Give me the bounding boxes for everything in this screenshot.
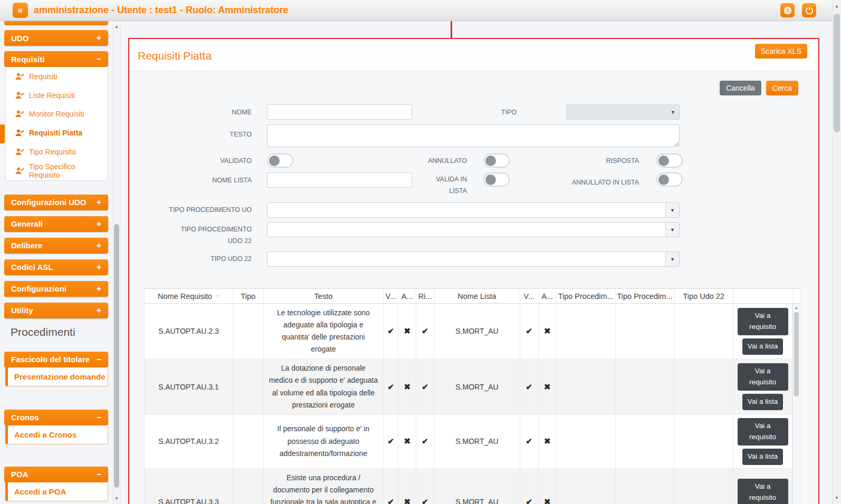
- nome-lista-cell: S.MORT_AU: [434, 415, 520, 468]
- sidebar-item-tipo-requisito[interactable]: Tipo Requisito: [6, 142, 108, 161]
- table-scrollbar-thumb[interactable]: [794, 312, 799, 396]
- requisiti-piatta-panel: Requisiti Piatta Scarica XLS Cancella Ce…: [128, 38, 819, 504]
- actions-cell: Vai a requisito Vai a lista: [733, 359, 792, 414]
- tipo-udo-22-select[interactable]: ▼: [267, 251, 680, 267]
- risposta-toggle[interactable]: [656, 153, 683, 168]
- page-scrollbar-thumb[interactable]: [834, 14, 840, 132]
- scroll-up-icon[interactable]: ▲: [793, 306, 800, 309]
- column-risposta[interactable]: Ri...: [416, 289, 434, 303]
- panel-header: Requisiti Piatta Scarica XLS: [129, 39, 818, 71]
- cerca-button[interactable]: Cerca: [766, 81, 798, 95]
- validato-toggle[interactable]: [267, 153, 293, 168]
- tipo-procedimento-udo-22-select[interactable]: ▼: [267, 222, 680, 237]
- check-icon: ✔: [384, 359, 398, 414]
- sidebar-menu-codici-asl[interactable]: Codici ASL +: [4, 259, 108, 275]
- sidebar-item-liste-requisiti[interactable]: Liste Requisiti: [6, 86, 108, 105]
- topbar-actions: [780, 3, 816, 17]
- sidebar-menu-generali[interactable]: Generali +: [4, 216, 108, 232]
- user-edit-icon: [15, 92, 24, 99]
- scroll-down-icon[interactable]: ▼: [113, 496, 120, 501]
- page-scrollbar[interactable]: ▲ ▼: [832, 0, 841, 504]
- scarica-xls-button[interactable]: Scarica XLS: [755, 44, 807, 59]
- scroll-up-icon[interactable]: ▲: [113, 24, 120, 29]
- sidebar-item-monitor-requisiti[interactable]: Monitor Requisiti: [6, 105, 108, 124]
- actions-cell: Vai a requisito Vai a lista: [733, 415, 792, 468]
- page-title: Requisiti Piatta: [138, 50, 212, 62]
- topbar: « amministrazione - Utente : test1 - Ruo…: [0, 0, 832, 21]
- sidebar-item-accedi-a-poa[interactable]: Accedi a POA: [5, 482, 108, 501]
- column-nome-requisito[interactable]: Nome Requisito ↑: [145, 289, 233, 303]
- column-valida-in-lista[interactable]: V...: [520, 289, 539, 303]
- sidebar-menu-configurazioni-udo[interactable]: Configurazioni UDO +: [4, 195, 108, 210]
- chevron-down-icon: ▼: [665, 222, 679, 237]
- vai-a-lista-button[interactable]: Vai a lista: [742, 449, 783, 465]
- scroll-up-icon[interactable]: ▲: [833, 4, 841, 8]
- nome-lista-input[interactable]: [267, 172, 412, 188]
- column-tipo-procedimento-udo[interactable]: Tipo Procedim...: [616, 289, 675, 303]
- column-tipo-procedimento-uo[interactable]: Tipo Procedim...: [557, 289, 616, 303]
- column-tipo-udo-22[interactable]: Tipo Udo 22: [674, 289, 733, 303]
- cross-icon: ✖: [398, 415, 416, 468]
- vai-a-requisito-button[interactable]: Vai a requisito: [738, 363, 788, 391]
- vai-a-requisito-button[interactable]: Vai a requisito: [738, 308, 788, 335]
- sidebar-menu-cronos[interactable]: Cronos −: [4, 410, 108, 425]
- column-nome-lista[interactable]: Nome Lista: [434, 289, 520, 303]
- sidebar-menu-delibere[interactable]: Delibere +: [4, 238, 108, 254]
- column-tipo[interactable]: Tipo: [233, 289, 264, 303]
- plus-icon: +: [97, 263, 101, 272]
- tipo-cell: [233, 415, 264, 468]
- sidebar-item-tipo-specifico-requisito[interactable]: Tipo Specifico Requisito: [6, 161, 108, 180]
- table-scrollbar[interactable]: ▲: [792, 304, 800, 504]
- chevron-down-icon: ▼: [671, 110, 675, 115]
- annullato-toggle[interactable]: [483, 153, 510, 168]
- table-row: S.AUTOPT.AU.3.2 Il personale di supporto…: [145, 415, 800, 469]
- nome-requisito-cell: S.AUTOPT.AU.3.1: [145, 359, 233, 414]
- tipo-procedimento-uo-select[interactable]: ▼: [267, 202, 680, 218]
- column-testo[interactable]: Testo: [264, 289, 384, 303]
- table-row: S.AUTOPT.AU.3.1 La dotazione di personal…: [145, 359, 800, 414]
- column-scrollbar-stub: [792, 289, 800, 303]
- sidebar-menu-requisiti[interactable]: Requisiti −: [4, 51, 108, 67]
- column-annullato[interactable]: A...: [398, 289, 416, 303]
- menu-label: Configurazioni UDO: [11, 198, 87, 207]
- column-annullato-in-lista[interactable]: A...: [539, 289, 557, 303]
- sidebar-menu-configurazioni[interactable]: Configurazioni +: [4, 281, 108, 297]
- sidebar-menu-fascicolo-del-titolare[interactable]: Fascicolo del titolare −: [4, 352, 108, 367]
- collapse-sidebar-icon[interactable]: «: [13, 3, 28, 18]
- sidebar-scrollbar[interactable]: ▲ ▼: [112, 21, 121, 504]
- globe-icon[interactable]: [780, 3, 795, 17]
- toggle-knob: [485, 156, 496, 166]
- column-validato[interactable]: V...: [384, 289, 398, 303]
- user-edit-icon: [15, 73, 24, 80]
- tipo-select[interactable]: ▼: [566, 104, 680, 120]
- testo-cell: Esiste una procedura / documento per il …: [264, 469, 384, 504]
- sidebar-menu-poa[interactable]: POA −: [4, 467, 108, 482]
- cross-icon: ✖: [539, 469, 557, 504]
- tipo-cell: [233, 469, 264, 504]
- scroll-down-icon[interactable]: ▼: [833, 496, 841, 500]
- sidebar-item-requisiti[interactable]: Requisiti: [6, 67, 108, 86]
- cancella-button[interactable]: Cancella: [720, 81, 761, 95]
- user-edit-icon: [15, 148, 24, 156]
- vai-a-requisito-button[interactable]: Vai a requisito: [738, 418, 788, 445]
- testo-textarea[interactable]: [267, 124, 680, 147]
- valida-in-lista-toggle[interactable]: [483, 172, 510, 187]
- sidebar-menu-udo[interactable]: UDO +: [4, 30, 108, 46]
- sidebar-menu-utility[interactable]: Utility +: [4, 303, 108, 318]
- nome-lista-label: NOME LISTA: [182, 175, 252, 187]
- sidebar-item-requisiti-piatta[interactable]: Requisiti Piatta: [6, 123, 108, 142]
- annullato-in-lista-toggle[interactable]: [656, 172, 683, 187]
- sidebar: UDO + Requisiti − Requisiti Liste Requis…: [0, 21, 112, 504]
- nome-input[interactable]: [267, 104, 412, 120]
- vai-a-lista-button[interactable]: Vai a lista: [742, 394, 783, 410]
- tipo-procedimento-uo-label: TIPO PROCEDIMENTO UO: [165, 205, 252, 216]
- sidebar-item-presentazione-domande[interactable]: Presentazione domande: [5, 367, 108, 386]
- vai-a-lista-button[interactable]: Vai a lista: [742, 338, 783, 355]
- power-icon[interactable]: [802, 3, 816, 17]
- tipo-udo-22-cell: [674, 359, 733, 414]
- actions-cell: Vai a requisito Vai a lista: [733, 469, 792, 504]
- sidebar-menu-partial[interactable]: [4, 21, 108, 25]
- vai-a-requisito-button[interactable]: Vai a requisito: [738, 479, 788, 504]
- sidebar-item-accedi-a-cronos[interactable]: Accedi a Cronos: [5, 425, 108, 444]
- sidebar-scrollbar-thumb[interactable]: [114, 224, 119, 488]
